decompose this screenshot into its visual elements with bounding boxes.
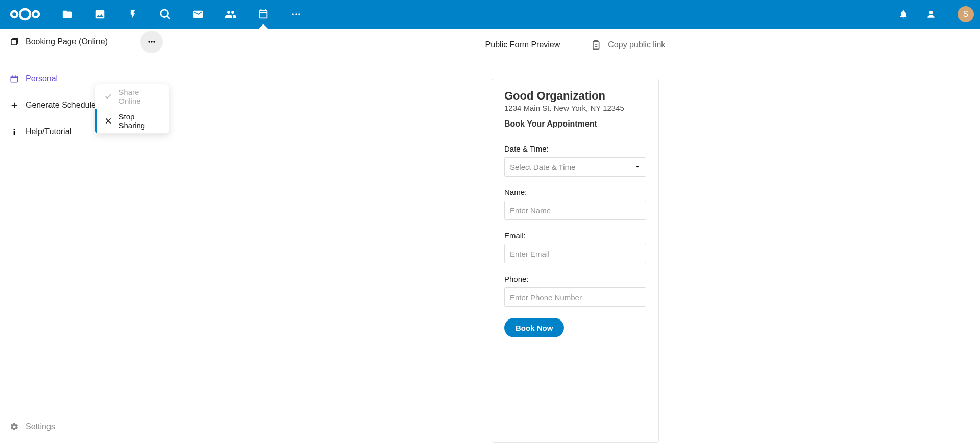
- topbar-right: S: [897, 6, 974, 22]
- book-now-button[interactable]: Book Now: [504, 318, 564, 337]
- svg-point-8: [153, 41, 155, 42]
- sidebar-item-label: Help/Tutorial: [26, 127, 71, 136]
- content-header: Public Form Preview Copy public link: [170, 29, 980, 61]
- calendar-icon[interactable]: [257, 8, 270, 20]
- svg-point-1: [20, 9, 30, 19]
- content: Public Form Preview Copy public link Goo…: [170, 29, 980, 443]
- page-icon: [7, 37, 21, 46]
- sidebar-item-label: Generate Schedule: [26, 101, 96, 110]
- share-dropdown: Share Online Stop Sharing: [95, 84, 169, 134]
- email-input[interactable]: [504, 244, 646, 263]
- svg-point-10: [14, 129, 15, 130]
- svg-point-3: [292, 13, 294, 15]
- chevron-down-icon: [634, 163, 641, 171]
- dropdown-item-stop-sharing[interactable]: Stop Sharing: [95, 109, 169, 133]
- bell-icon[interactable]: [897, 8, 910, 20]
- user-icon[interactable]: [925, 8, 937, 20]
- svg-rect-9: [11, 76, 18, 82]
- date-time-label: Date & Time:: [504, 144, 646, 153]
- name-input[interactable]: [504, 201, 646, 220]
- copy-public-link[interactable]: Copy public link: [591, 40, 665, 50]
- topbar: S: [0, 0, 980, 29]
- more-button[interactable]: [140, 31, 163, 53]
- phone-input[interactable]: [504, 287, 646, 307]
- page-title: Public Form Preview: [485, 40, 560, 50]
- gear-icon: [7, 422, 21, 431]
- close-icon: [103, 117, 113, 125]
- calendar-small-icon: [7, 74, 21, 83]
- top-nav: [61, 8, 302, 20]
- plus-icon: [7, 101, 21, 109]
- svg-point-5: [298, 13, 300, 15]
- date-time-placeholder: Select Date & Time: [510, 163, 575, 171]
- form-subheading: Book Your Appointment: [504, 119, 646, 134]
- org-address: 1234 Main St. New York, NY 12345: [504, 104, 646, 112]
- svg-point-0: [11, 11, 17, 17]
- dropdown-item-label: Share Online: [118, 88, 162, 105]
- svg-point-4: [295, 13, 297, 15]
- more-apps-icon[interactable]: [290, 8, 302, 20]
- sidebar-item-label: Settings: [26, 422, 55, 431]
- dropdown-item-share-online: Share Online: [95, 84, 169, 109]
- info-icon: [7, 127, 21, 136]
- svg-point-2: [33, 11, 39, 17]
- org-name: Good Organization: [504, 89, 646, 103]
- booking-form-card: Good Organization 1234 Main St. New York…: [492, 79, 659, 443]
- phone-label: Phone:: [504, 275, 646, 283]
- date-time-select[interactable]: Select Date & Time: [504, 157, 646, 177]
- check-icon: [103, 92, 113, 101]
- name-label: Name:: [504, 188, 646, 196]
- dropdown-item-label: Stop Sharing: [118, 112, 162, 130]
- sidebar: Booking Page (Online) Personal Generate …: [0, 29, 170, 443]
- mail-icon[interactable]: [192, 8, 204, 20]
- nextcloud-logo[interactable]: [9, 6, 41, 22]
- avatar[interactable]: S: [958, 6, 974, 22]
- svg-point-7: [151, 41, 152, 42]
- sidebar-item-settings[interactable]: Settings: [0, 416, 170, 443]
- email-label: Email:: [504, 231, 646, 240]
- clipboard-icon: [591, 40, 601, 50]
- sidebar-item-booking-page[interactable]: Booking Page (Online): [0, 29, 170, 55]
- sidebar-item-label: Booking Page (Online): [26, 37, 108, 46]
- files-icon[interactable]: [61, 8, 74, 20]
- sidebar-item-label: Personal: [26, 74, 58, 83]
- svg-rect-11: [593, 41, 599, 49]
- svg-point-6: [148, 41, 150, 42]
- photos-icon[interactable]: [94, 8, 106, 20]
- search-icon[interactable]: [159, 8, 172, 20]
- contacts-icon[interactable]: [225, 8, 237, 20]
- activity-icon[interactable]: [127, 8, 139, 20]
- copy-link-label: Copy public link: [608, 40, 665, 50]
